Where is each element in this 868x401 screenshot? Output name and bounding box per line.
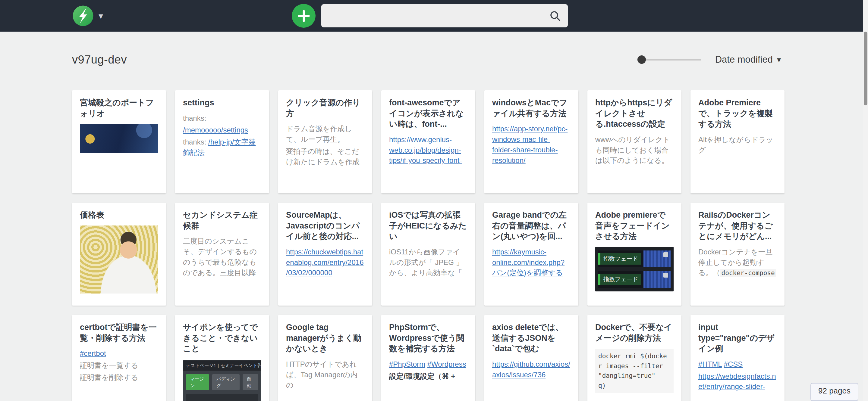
project-switcher[interactable]: ▾ xyxy=(72,5,103,27)
chevron-down-icon: ▾ xyxy=(98,11,103,21)
note-link[interactable]: #PhpStorm xyxy=(389,360,425,368)
note-card-body: https://github.com/axios/axios/issues/73… xyxy=(492,359,570,401)
note-card-body xyxy=(80,124,158,186)
note-card-line: 変拍子の時は、そこだけ新たにドラムを作成 xyxy=(286,146,364,167)
note-link[interactable]: https://kaymusic-online.com/index.php?パン… xyxy=(492,248,564,277)
note-link[interactable]: https://chuckwebtips.hatenablog.com/entr… xyxy=(286,248,364,277)
note-card-line: Altを押しながらドラッグ xyxy=(698,135,777,156)
note-card-title: input type="range"のデザイン例 xyxy=(698,322,777,354)
note-card-thumbnail xyxy=(80,124,158,153)
audio-track: 指数フェード xyxy=(598,271,671,288)
note-card-line: https://kaymusic-online.com/index.php?パン… xyxy=(492,247,570,278)
note-card-line: 二度目のシステムこそ、デザインするもののうちで最も危険なものである。三度目以降 xyxy=(183,236,261,278)
editor-header: テストページ1｜セミナーイベント告知 xyxy=(183,360,261,371)
note-card-thumbnail xyxy=(80,226,158,294)
note-card-line: #HTML #CSS xyxy=(698,359,777,370)
note-card-line: thanks: xyxy=(183,113,261,124)
note-link[interactable]: https://app-story.net/pc-windows-mac-fil… xyxy=(492,125,567,164)
note-link[interactable]: /memooooo/settings xyxy=(183,126,248,134)
note-link[interactable]: #CSS xyxy=(724,360,743,368)
note-card-body: docker rmi $(docker images --filter "dan… xyxy=(595,348,674,401)
note-card[interactable]: サイポンを使ってできること・できないことテストページ1｜セミナーイベント告知マー… xyxy=(175,315,269,401)
note-card[interactable]: SourceMapは、Javascriptのコンパイル前と後の対応...http… xyxy=(278,203,372,306)
note-link[interactable]: #certbot xyxy=(80,349,106,357)
note-card-line: iOS11から画像ファイルの形式が「 JPEG 」から、より高効率な「 xyxy=(389,247,467,278)
new-page-button[interactable] xyxy=(292,4,315,28)
note-link[interactable]: https://webdesignfacts.net/entry/range-s… xyxy=(698,372,776,391)
note-card[interactable]: Adobe Premiereで、トラックを複製する方法Altを押しながらドラッグ xyxy=(690,90,784,193)
note-card[interactable]: Garage bandでの左右の音量調整は、パン(丸いやつ)を回...https… xyxy=(484,203,578,306)
note-card[interactable]: settingsthanks:/memooooo/settingsthanks:… xyxy=(175,90,269,193)
note-link[interactable]: #Wordpress xyxy=(427,360,466,368)
note-card-body: 指数フェード指数フェード xyxy=(595,247,674,298)
note-card-body: wwwへのリダイレクトも同時にしておく場合は以下のようになる。 xyxy=(595,135,674,186)
note-text: HTTPのサイトであれば、Tag Managerの内の xyxy=(286,360,358,389)
search-input[interactable] xyxy=(321,4,549,27)
note-card-title: PhpStormで、Wordpressで使う関数を補完する方法 xyxy=(389,322,467,354)
note-text: 二度目のシステムこそ、デザインするもののうちで最も危険なものである。三度目以降 xyxy=(183,237,257,276)
app-header: ▾ xyxy=(0,0,868,32)
note-text: thanks: xyxy=(183,138,208,146)
note-card[interactable]: クリック音源の作り方ドラム音源を作成して、ループ再生。変拍子の時は、そこだけ新た… xyxy=(278,90,372,193)
scrollbar-thumb[interactable] xyxy=(864,32,867,105)
note-card[interactable]: 価格表 xyxy=(72,203,166,306)
track-label: 指数フェード xyxy=(598,274,641,285)
note-text: ドラム音源を作成して、ループ再生。 xyxy=(286,125,352,143)
note-card[interactable]: Adobe premiereで音声をフェードインさせる方法指数フェード指数フェー… xyxy=(587,203,681,306)
note-card-body: https://www.genius-web.co.jp/blog/design… xyxy=(389,135,467,186)
note-card-body: thanks:/memooooo/settingsthanks: /help-j… xyxy=(183,113,261,186)
note-card-body: 二度目のシステムこそ、デザインするもののうちで最も危険なものである。三度目以降 xyxy=(183,236,261,298)
note-card-title: httpからhttpsにリダイレクトさせる.htaccessの設定 xyxy=(595,98,674,130)
page-title: v97ug-dev xyxy=(72,53,127,66)
note-card-title: 宮城毅之のポートフォリオ xyxy=(80,98,158,119)
note-card[interactable]: axios deleteでは、送信するJSONを`data`で包むhttps:/… xyxy=(484,315,578,401)
sort-dropdown[interactable]: Date modified ▾ xyxy=(715,54,781,65)
editor-chip: 自動 xyxy=(243,374,258,391)
note-card-title: Dockerで、不要なイメージの削除方法 xyxy=(595,322,674,343)
search-bar xyxy=(321,4,568,27)
note-card[interactable]: RailsのDockerコンテナが、使用するごとにメモリがどん...Docker… xyxy=(690,203,784,306)
note-card-line: 証明書を削除する xyxy=(80,372,158,383)
note-card-title: Adobe premiereで音声をフェードインさせる方法 xyxy=(595,210,674,242)
note-card-body: https://chuckwebtips.hatenablog.com/entr… xyxy=(286,247,364,298)
editor-field xyxy=(186,394,258,401)
note-card[interactable]: セカンドシステム症候群二度目のシステムこそ、デザインするもののうちで最も危険なも… xyxy=(175,203,269,306)
chip-row: マージンパディング自動 xyxy=(186,374,258,391)
note-card-line: Dockerコンテナを一旦停止してから起動する。（docker-compose xyxy=(698,247,777,278)
note-card[interactable]: iOSでは写真の拡張子がHEICになるみたいiOS11から画像ファイルの形式が「… xyxy=(381,203,475,306)
note-card-title: windowsとMacでファイル共有する方法 xyxy=(492,98,570,119)
note-card[interactable]: 宮城毅之のポートフォリオ xyxy=(72,90,166,193)
note-card[interactable]: windowsとMacでファイル共有する方法https://app-story.… xyxy=(484,90,578,193)
note-card-title: certbotで証明書を一覧・削除する方法 xyxy=(80,322,158,343)
note-card[interactable]: input type="range"のデザイン例#HTML #CSShttps:… xyxy=(690,315,784,401)
note-card-line: https://webdesignfacts.net/entry/range-s… xyxy=(698,371,777,392)
note-link[interactable]: https://github.com/axios/axios/issues/73… xyxy=(492,360,570,379)
note-card-body: Altを押しながらドラッグ xyxy=(698,135,777,186)
note-text: iOS11から画像ファイルの形式が「 JPEG 」から、より高効率な「 xyxy=(389,248,463,277)
note-link[interactable]: https://www.genius-web.co.jp/blog/design… xyxy=(389,135,462,165)
note-card[interactable]: font-awesomeでアイコンが表示されない時は、font-...https… xyxy=(381,90,475,193)
note-link[interactable]: #HTML xyxy=(698,360,722,368)
note-text: 証明書を削除する xyxy=(80,373,138,381)
note-card[interactable]: PhpStormで、Wordpressで使う関数を補完する方法#PhpStorm… xyxy=(381,315,475,401)
note-card-line: https://chuckwebtips.hatenablog.com/entr… xyxy=(286,247,364,278)
note-text: docker-compose xyxy=(720,269,776,277)
note-card-title: 価格表 xyxy=(80,210,158,221)
note-card-title: セカンドシステム症候群 xyxy=(183,210,261,231)
note-card-title: iOSでは写真の拡張子がHEICになるみたい xyxy=(389,210,467,242)
note-card-thumbnail: テストページ1｜セミナーイベント告知マージンパディング自動 xyxy=(183,360,261,401)
note-card-line: ドラム音源を作成して、ループ再生。 xyxy=(286,124,364,145)
note-text: 設定/環境設定（⌘ + xyxy=(389,372,455,380)
card-size-slider[interactable] xyxy=(638,59,701,61)
sort-controls: Date modified ▾ xyxy=(638,54,781,65)
note-card-body: Dockerコンテナを一旦停止してから起動する。（docker-compose xyxy=(698,247,777,298)
note-card[interactable]: httpからhttpsにリダイレクトさせる.htaccessの設定wwwへのリダ… xyxy=(587,90,681,193)
note-card[interactable]: Dockerで、不要なイメージの削除方法docker rmi $(docker … xyxy=(587,315,681,401)
search-icon[interactable] xyxy=(549,9,562,23)
note-card[interactable]: certbotで証明書を一覧・削除する方法#certbot証明書を一覧する証明書… xyxy=(72,315,166,401)
scrollbar-track[interactable] xyxy=(863,0,868,401)
note-card[interactable]: Google tag managerがうまく動かないときHTTPのサイトであれば… xyxy=(278,315,372,401)
slider-thumb[interactable] xyxy=(638,56,646,64)
note-text: Altを押しながらドラッグ xyxy=(698,135,773,154)
audio-track: 指数フェード xyxy=(598,250,671,267)
